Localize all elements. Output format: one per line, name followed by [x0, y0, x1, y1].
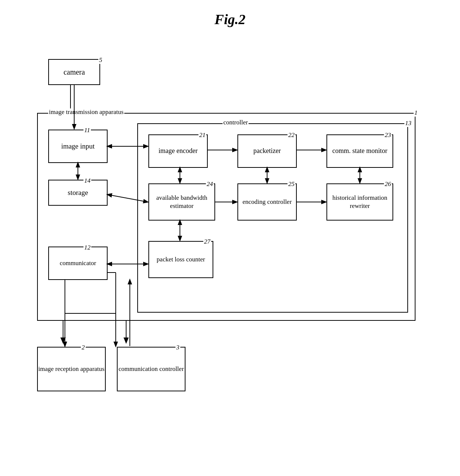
- available-bandwidth-ref: 24: [206, 180, 214, 188]
- communicator-box: communicator: [48, 247, 108, 280]
- ref-1: 1: [414, 109, 418, 117]
- image-reception-ref: 2: [81, 344, 86, 351]
- svg-marker-15: [60, 338, 66, 343]
- svg-marker-21: [124, 338, 129, 344]
- image-input-ref: 11: [83, 127, 91, 134]
- controller-label: controller: [223, 119, 249, 126]
- communicator-ref: 12: [83, 244, 91, 251]
- comm-state-monitor-box: comm. state monitor: [326, 134, 393, 168]
- image-encoder-box: image encoder: [148, 134, 208, 168]
- storage-box: storage: [48, 180, 108, 206]
- image-reception-box: image reception apparatus: [37, 347, 106, 391]
- packetizer-ref: 22: [288, 131, 295, 139]
- communication-controller-ref: 3: [175, 344, 180, 351]
- communication-controller-box: communication controller: [117, 347, 185, 391]
- image-transmission-label: image transmission apparatus: [48, 108, 124, 116]
- image-encoder-ref: 21: [198, 131, 206, 139]
- historical-info-box: historical information rewriter: [326, 183, 393, 221]
- camera-box: camera: [48, 59, 100, 85]
- diagram-area: camera 5 image transmission apparatus 1 …: [26, 35, 434, 462]
- ref-13: 13: [404, 120, 412, 127]
- image-input-box: image input: [48, 130, 108, 163]
- available-bandwidth-box: available bandwidth estimator: [148, 183, 215, 221]
- svg-marker-19: [60, 338, 66, 344]
- camera-ref: 5: [98, 56, 103, 64]
- storage-ref: 14: [83, 177, 91, 185]
- packet-loss-counter-box: packet loss counter: [148, 241, 213, 278]
- packet-loss-counter-ref: 27: [203, 238, 211, 245]
- page-title: Fig.2: [0, 0, 460, 27]
- comm-state-monitor-ref: 23: [384, 131, 392, 139]
- encoding-controller-ref: 25: [288, 180, 295, 188]
- historical-info-ref: 26: [384, 180, 392, 188]
- packetizer-box: packetizer: [237, 134, 297, 168]
- encoding-controller-box: encoding controller: [237, 183, 297, 221]
